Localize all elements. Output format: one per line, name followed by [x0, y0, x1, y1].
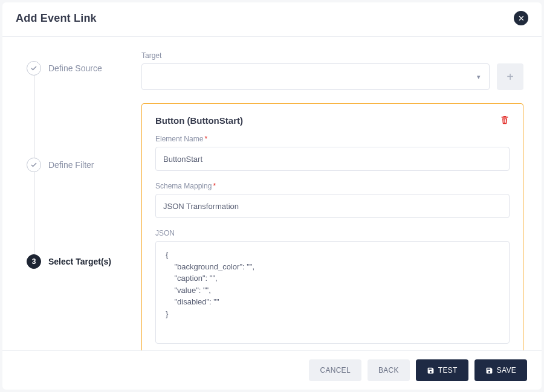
modal-header: Add Event Link ✕ — [2, 2, 542, 37]
step-define-filter[interactable]: Define Filter — [27, 158, 94, 172]
trash-icon — [500, 117, 510, 126]
modal-footer: CANCEL BACK TEST SAVE — [2, 350, 542, 390]
test-button[interactable]: TEST — [416, 359, 468, 381]
element-name-input[interactable] — [155, 147, 510, 171]
close-button[interactable]: ✕ — [514, 11, 528, 25]
step-connector — [34, 73, 34, 158]
chevron-down-icon: ▾ — [477, 73, 481, 81]
content-column: Target ▾ + Button (ButtonStart) — [141, 51, 523, 350]
card-title: Button (ButtonStart) — [155, 115, 243, 126]
step-select-targets[interactable]: 3 Select Target(s) — [27, 254, 111, 269]
schema-mapping-label: Schema Mapping* — [155, 182, 510, 190]
step-label: Define Source — [48, 63, 102, 73]
step-number-badge: 3 — [27, 254, 41, 269]
element-name-label: Element Name* — [155, 135, 510, 143]
plus-icon: + — [507, 70, 514, 84]
step-label: Define Filter — [48, 160, 94, 170]
step-define-source[interactable]: Define Source — [27, 61, 102, 76]
save-icon — [485, 367, 493, 374]
card-header: Button (ButtonStart) — [155, 115, 510, 126]
cancel-button[interactable]: CANCEL — [309, 359, 361, 381]
save-icon — [427, 367, 435, 374]
step-label: Select Target(s) — [48, 257, 111, 266]
target-label: Target — [141, 51, 523, 60]
target-row: ▾ + — [141, 63, 523, 90]
step-connector — [34, 170, 34, 254]
add-target-button[interactable]: + — [497, 63, 523, 90]
json-textarea[interactable] — [155, 241, 510, 344]
target-select[interactable]: ▾ — [141, 63, 490, 90]
check-icon — [27, 61, 41, 76]
modal-title: Add Event Link — [16, 12, 97, 25]
modal-body: Define Source Define Filter 3 Select Tar… — [2, 37, 542, 350]
check-icon — [27, 158, 41, 172]
save-button[interactable]: SAVE — [474, 359, 527, 381]
required-marker: * — [213, 182, 216, 190]
required-marker: * — [204, 135, 207, 143]
target-card: Button (ButtonStart) Element Name* Schem… — [141, 103, 523, 350]
stepper: Define Source Define Filter 3 Select Tar… — [21, 51, 141, 350]
json-label: JSON — [155, 229, 510, 237]
schema-mapping-input[interactable] — [155, 194, 510, 218]
add-event-link-modal: Add Event Link ✕ Define Source Define Fi… — [2, 2, 542, 390]
close-icon: ✕ — [518, 14, 525, 23]
delete-target-button[interactable] — [500, 115, 510, 126]
back-button[interactable]: BACK — [368, 359, 410, 381]
